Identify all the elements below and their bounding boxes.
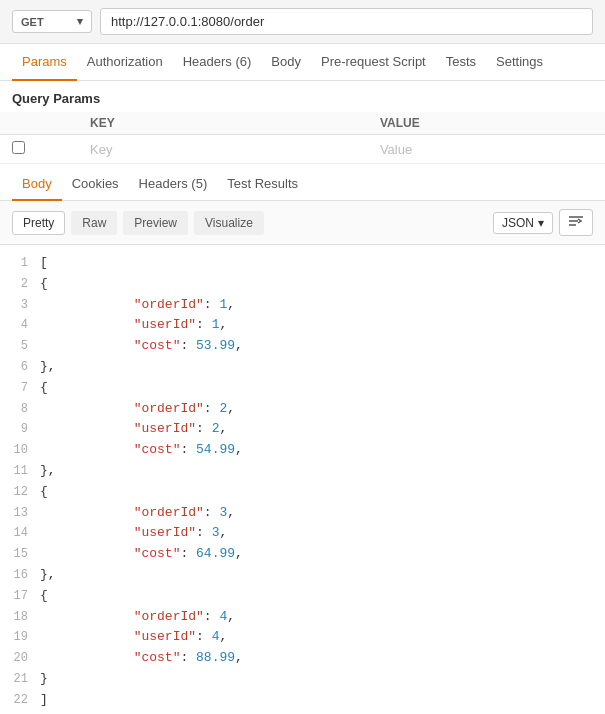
json-line: 18 "orderId": 4, — [0, 607, 605, 628]
line-number: 4 — [0, 315, 40, 335]
comma: , — [219, 421, 227, 436]
bracket: [ — [40, 255, 48, 270]
line-number: 18 — [0, 607, 40, 627]
params-checkbox[interactable] — [0, 135, 40, 164]
body-tab-testresults[interactable]: Test Results — [217, 168, 308, 201]
tab-headers[interactable]: Headers (6) — [173, 44, 262, 81]
tab-authorization[interactable]: Authorization — [77, 44, 173, 81]
comma: , — [235, 338, 243, 353]
json-key: "orderId" — [134, 401, 204, 416]
line-code: { — [40, 482, 605, 503]
line-number: 13 — [0, 503, 40, 523]
json-line: 8 "orderId": 2, — [0, 399, 605, 420]
colon: : — [196, 629, 212, 644]
line-number: 16 — [0, 565, 40, 585]
json-line: 13 "orderId": 3, — [0, 503, 605, 524]
bracket: }, — [40, 463, 56, 478]
json-format-label: JSON — [502, 216, 534, 230]
json-line: 16 }, — [0, 565, 605, 586]
tab-prerequest[interactable]: Pre-request Script — [311, 44, 436, 81]
line-code: "orderId": 3, — [40, 503, 605, 524]
url-bar: GET ▾ — [0, 0, 605, 44]
line-number: 15 — [0, 544, 40, 564]
query-params-label: Query Params — [0, 81, 605, 112]
line-code: }, — [40, 357, 605, 378]
colon: : — [204, 297, 220, 312]
body-tabs: Body Cookies Headers (5) Test Results — [0, 168, 605, 201]
line-number: 19 — [0, 627, 40, 647]
json-line: 1[ — [0, 253, 605, 274]
bracket: } — [40, 671, 48, 686]
json-response-body: 1[2 {3 "orderId": 1,4 "userId": 1,5 "cos… — [0, 245, 605, 714]
line-number: 14 — [0, 523, 40, 543]
fmt-pretty[interactable]: Pretty — [12, 211, 65, 235]
json-line: 7 { — [0, 378, 605, 399]
colon: : — [204, 609, 220, 624]
body-tab-cookies[interactable]: Cookies — [62, 168, 129, 201]
line-number: 20 — [0, 648, 40, 668]
body-tab-body[interactable]: Body — [12, 168, 62, 201]
json-key: "userId" — [134, 629, 196, 644]
line-code: }, — [40, 461, 605, 482]
method-select[interactable]: GET ▾ — [12, 10, 92, 33]
json-line: 2 { — [0, 274, 605, 295]
colon: : — [196, 317, 212, 332]
json-value: 64.99 — [196, 546, 235, 561]
line-number: 10 — [0, 440, 40, 460]
json-key: "cost" — [134, 442, 181, 457]
fmt-visualize[interactable]: Visualize — [194, 211, 264, 235]
json-line: 19 "userId": 4, — [0, 627, 605, 648]
line-code: "userId": 4, — [40, 627, 605, 648]
comma: , — [235, 442, 243, 457]
line-code: } — [40, 669, 605, 690]
params-value-placeholder: Value — [380, 142, 412, 157]
tab-body[interactable]: Body — [261, 44, 311, 81]
json-format-select[interactable]: JSON ▾ — [493, 212, 553, 234]
wrap-button[interactable] — [559, 209, 593, 236]
tab-settings[interactable]: Settings — [486, 44, 553, 81]
comma: , — [235, 546, 243, 561]
line-code: "cost": 54.99, — [40, 440, 605, 461]
json-key: "userId" — [134, 421, 196, 436]
bracket: { — [40, 588, 48, 603]
json-line: 15 "cost": 64.99, — [0, 544, 605, 565]
comma: , — [227, 297, 235, 312]
params-table: KEY VALUE Key Value — [0, 112, 605, 164]
colon: : — [204, 505, 220, 520]
params-checkbox-input[interactable] — [12, 141, 25, 154]
params-value-header: VALUE — [370, 112, 605, 135]
url-input[interactable] — [100, 8, 593, 35]
fmt-raw[interactable]: Raw — [71, 211, 117, 235]
format-toolbar: Pretty Raw Preview Visualize JSON ▾ — [0, 201, 605, 245]
json-value: 88.99 — [196, 650, 235, 665]
json-line: 6 }, — [0, 357, 605, 378]
params-value-cell[interactable]: Value — [370, 135, 605, 164]
json-line: 20 "cost": 88.99, — [0, 648, 605, 669]
json-line: 14 "userId": 3, — [0, 523, 605, 544]
fmt-preview[interactable]: Preview — [123, 211, 188, 235]
tab-tests[interactable]: Tests — [436, 44, 486, 81]
line-number: 12 — [0, 482, 40, 502]
line-code: "cost": 53.99, — [40, 336, 605, 357]
bracket: { — [40, 484, 48, 499]
comma: , — [219, 317, 227, 332]
tab-params[interactable]: Params — [12, 44, 77, 81]
body-tab-headers[interactable]: Headers (5) — [129, 168, 218, 201]
json-line: 10 "cost": 54.99, — [0, 440, 605, 461]
comma: , — [219, 629, 227, 644]
bracket: }, — [40, 359, 56, 374]
colon: : — [196, 525, 212, 540]
line-number: 3 — [0, 295, 40, 315]
colon: : — [204, 401, 220, 416]
line-number: 22 — [0, 690, 40, 710]
line-number: 11 — [0, 461, 40, 481]
json-value: 53.99 — [196, 338, 235, 353]
json-key: "orderId" — [134, 505, 204, 520]
line-number: 6 — [0, 357, 40, 377]
json-line: 12 { — [0, 482, 605, 503]
params-key-placeholder: Key — [90, 142, 112, 157]
json-key: "orderId" — [134, 297, 204, 312]
line-code: "orderId": 1, — [40, 295, 605, 316]
params-key-cell[interactable]: Key — [40, 135, 370, 164]
line-code: "userId": 3, — [40, 523, 605, 544]
